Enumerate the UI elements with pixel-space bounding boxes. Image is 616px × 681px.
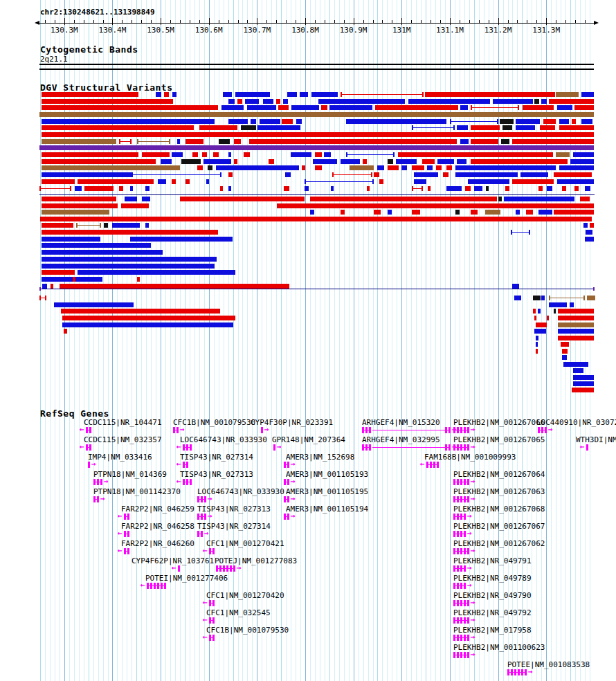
variant-bar[interactable]	[455, 210, 460, 215]
variant-bar[interactable]	[228, 172, 233, 177]
variant-bar[interactable]	[263, 99, 273, 104]
variant-bar[interactable]	[573, 381, 594, 386]
variant-connector[interactable]	[412, 186, 423, 191]
variant-bar[interactable]	[512, 284, 519, 289]
gene-glyph[interactable]: ←	[141, 583, 169, 590]
variant-bar[interactable]	[172, 92, 176, 97]
variant-bar[interactable]	[158, 179, 166, 184]
variant-bar[interactable]	[585, 237, 594, 242]
variant-bar[interactable]	[40, 217, 592, 221]
variant-bar[interactable]	[291, 152, 311, 157]
variant-bar[interactable]	[581, 119, 592, 124]
variant-bar[interactable]	[388, 165, 399, 170]
variant-bar[interactable]	[42, 105, 218, 110]
variant-bar[interactable]	[554, 172, 592, 177]
gene-glyph[interactable]: ←	[176, 462, 191, 469]
variant-bar[interactable]	[574, 105, 594, 110]
variant-bar[interactable]	[398, 152, 553, 157]
variant-bar[interactable]	[269, 159, 274, 164]
variant-bar[interactable]	[235, 92, 270, 97]
variant-bar[interactable]	[283, 99, 288, 104]
variant-bar[interactable]	[311, 92, 338, 97]
variant-bar[interactable]	[208, 165, 212, 170]
variant-bar[interactable]	[192, 152, 198, 157]
variant-bar[interactable]	[388, 210, 392, 215]
variant-bar[interactable]	[443, 172, 449, 177]
variant-bar[interactable]	[112, 223, 140, 228]
variant-bar[interactable]	[313, 159, 337, 164]
variant-bar[interactable]	[526, 210, 533, 215]
variant-bar[interactable]	[516, 210, 520, 215]
variant-bar[interactable]	[42, 243, 151, 248]
variant-bar[interactable]	[471, 139, 498, 144]
variant-bar[interactable]	[504, 197, 574, 201]
gene-glyph[interactable]: →	[273, 444, 284, 452]
variant-bar[interactable]	[485, 210, 500, 215]
variant-bar[interactable]	[396, 159, 417, 164]
variant-bar[interactable]	[228, 119, 248, 124]
variant-bar[interactable]	[374, 210, 381, 215]
variant-bar[interactable]	[185, 139, 203, 144]
gene-glyph[interactable]: ←	[203, 548, 217, 556]
variant-bar[interactable]	[520, 172, 548, 177]
variant-bar[interactable]	[172, 179, 176, 184]
gene-glyph[interactable]: →	[453, 583, 475, 590]
variant-bar[interactable]	[321, 105, 327, 110]
variant-bar[interactable]	[247, 105, 276, 110]
variant-bar[interactable]	[502, 125, 512, 130]
variant-bar[interactable]	[465, 186, 471, 191]
variant-bar[interactable]	[377, 165, 384, 170]
variant-bar[interactable]	[315, 165, 322, 170]
variant-bar[interactable]	[427, 165, 433, 170]
variant-bar[interactable]	[245, 99, 259, 104]
gene-glyph[interactable]: ←	[176, 479, 194, 487]
gene-glyph[interactable]: →	[538, 427, 556, 435]
gene-glyph[interactable]: →	[284, 514, 298, 521]
variant-bar[interactable]	[572, 388, 594, 392]
variant-bar[interactable]	[471, 210, 478, 215]
variant-bar[interactable]	[331, 186, 334, 191]
gene-glyph[interactable]: →	[453, 531, 475, 538]
gene-glyph[interactable]: ←	[203, 600, 217, 608]
variant-bar[interactable]	[460, 105, 468, 110]
variant-bar[interactable]	[573, 375, 594, 380]
gene-glyph[interactable]: →	[453, 514, 475, 521]
variant-bar[interactable]	[379, 179, 383, 184]
variant-bar[interactable]	[363, 159, 367, 164]
gene-glyph[interactable]: ←	[580, 444, 591, 452]
variant-bar[interactable]	[42, 264, 215, 269]
variant-bar[interactable]	[534, 316, 536, 320]
variant-bar[interactable]	[318, 99, 405, 104]
gene-glyph[interactable]: →	[362, 427, 460, 435]
gene-glyph[interactable]: ←	[118, 531, 132, 538]
variant-bar[interactable]	[130, 237, 233, 242]
variant-bar[interactable]	[341, 159, 360, 164]
variant-bar[interactable]	[42, 152, 138, 157]
variant-bar[interactable]	[533, 296, 541, 300]
variant-bar[interactable]	[42, 139, 116, 144]
variant-bar[interactable]	[278, 105, 289, 110]
variant-bar[interactable]	[260, 119, 280, 124]
variant-bar[interactable]	[425, 92, 555, 97]
variant-bar[interactable]	[559, 125, 594, 130]
variant-bar[interactable]	[142, 152, 170, 157]
variant-bar[interactable]	[554, 309, 556, 314]
gene-glyph[interactable]: →	[507, 669, 536, 677]
variant-bar[interactable]	[62, 316, 235, 320]
variant-bar[interactable]	[436, 165, 442, 170]
variant-bar[interactable]	[585, 186, 590, 191]
variant-bar[interactable]	[324, 152, 331, 157]
variant-bar[interactable]	[414, 172, 438, 177]
variant-bar[interactable]	[181, 159, 201, 164]
variant-bar[interactable]	[206, 179, 209, 184]
variant-bar[interactable]	[78, 179, 154, 184]
variant-bar[interactable]	[42, 125, 194, 130]
gene-glyph[interactable]: →	[88, 462, 99, 469]
variant-bar[interactable]	[422, 159, 435, 164]
variant-bar[interactable]	[562, 355, 567, 360]
variant-bar[interactable]	[512, 139, 594, 144]
variant-bar[interactable]	[455, 172, 518, 177]
variant-bar[interactable]	[437, 159, 454, 164]
variant-bar[interactable]	[574, 186, 579, 191]
variant-bar[interactable]	[180, 197, 305, 201]
